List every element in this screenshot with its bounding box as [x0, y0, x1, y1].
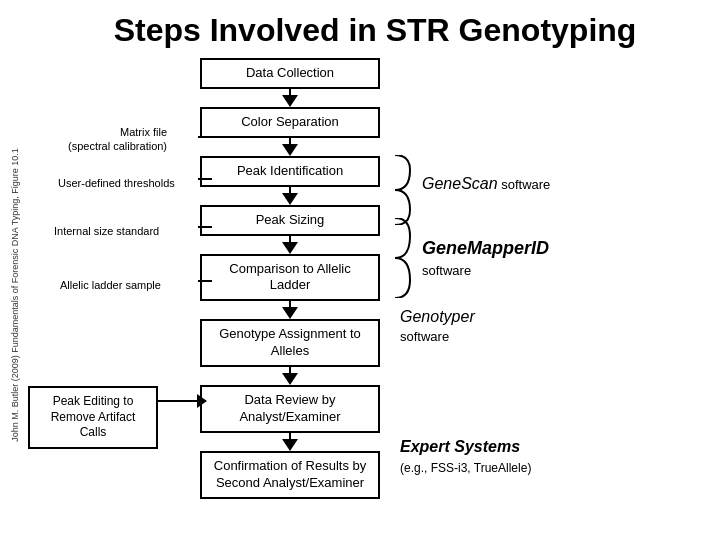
expert-systems-label: Expert Systems (e.g., FSS-i3, TrueAllele… [400, 435, 531, 477]
label-allelic-ladder: Allelic ladder sample [60, 278, 161, 292]
label-matrix-file: Matrix file(spectral calibration) [68, 125, 167, 154]
genemapper-label: GeneMapperID software [422, 236, 549, 281]
box-confirmation: Confirmation of Results by Second Analys… [200, 451, 380, 499]
box-color-separation: Color Separation [200, 107, 380, 138]
box-peak-identification: Peak Identification [200, 156, 380, 187]
label-user-defined: User-defined thresholds [58, 176, 175, 190]
box-data-review: Data Review by Analyst/Examiner [200, 385, 380, 433]
genescan-label: GeneScan software [422, 175, 550, 193]
page-title: Steps Involved in STR Genotyping [0, 0, 720, 57]
genemapper-brace [390, 218, 420, 298]
box-data-collection: Data Collection [200, 58, 380, 89]
label-internal-size: Internal size standard [54, 224, 159, 238]
box-genotype-assignment: Genotype Assignment to Alleles [200, 319, 380, 367]
side-label: John M. Butler (2009) Fundamentals of Fo… [6, 60, 24, 530]
box-peak-editing: Peak Editing toRemove Artifact Calls [28, 386, 158, 449]
box-peak-sizing: Peak Sizing [200, 205, 380, 236]
box-comparison-allelic: Comparison to Allelic Ladder [200, 254, 380, 302]
genotyper-label: Genotyper software [400, 306, 475, 347]
genescan-brace [390, 155, 420, 225]
